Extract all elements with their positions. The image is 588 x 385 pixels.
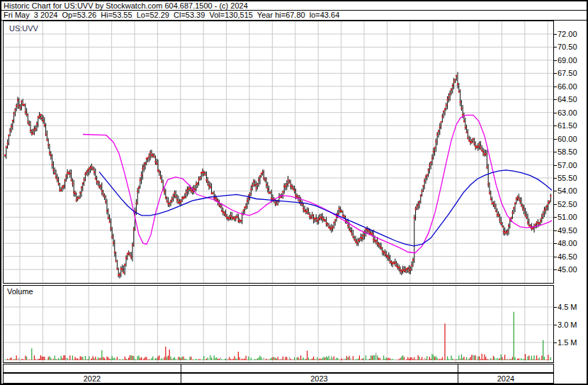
- axis-tick: [554, 257, 557, 257]
- axis-tick: [554, 125, 557, 126]
- price-tick-label: 66.00: [558, 82, 587, 91]
- year-label: 2023: [181, 374, 458, 384]
- price-tick-label: 61.50: [558, 121, 587, 130]
- axis-tick: [554, 139, 557, 140]
- price-tick-label: 45.00: [558, 265, 587, 274]
- year-divider: [458, 364, 458, 372]
- price-tick-label: 49.50: [558, 226, 587, 235]
- price-tick-label: 51.00: [558, 213, 587, 221]
- price-panel: US:UVV: [3, 21, 554, 284]
- axis-tick: [554, 243, 557, 244]
- axis-tick: [554, 230, 557, 231]
- volume-chart-svg: [4, 286, 553, 362]
- axis-tick: [554, 342, 557, 343]
- axis-tick: [554, 113, 557, 113]
- axis-tick: [554, 152, 557, 152]
- volume-panel: Volume: [3, 285, 554, 363]
- price-tick-label: 48.00: [558, 239, 587, 247]
- price-tick-label: 69.00: [558, 56, 587, 65]
- volume-label: Volume: [7, 287, 33, 296]
- symbol-label: US:UVV: [9, 24, 38, 33]
- price-tick-label: 46.50: [558, 252, 587, 261]
- price-tick-label: 67.50: [558, 69, 587, 77]
- axis-tick: [554, 204, 557, 205]
- volume-tick-label: 1.5 M: [558, 338, 587, 347]
- axis-tick: [554, 178, 557, 179]
- axis-tick: [554, 60, 557, 61]
- year-label: 2024: [458, 374, 554, 384]
- price-tick-label: 58.50: [558, 147, 587, 156]
- axis-tick: [554, 34, 557, 35]
- axis-tick: [554, 87, 557, 87]
- axis-tick: [554, 191, 557, 191]
- axis-tick: [554, 325, 557, 325]
- year-divider: [181, 364, 181, 372]
- volume-tick-label: 3.0 M: [558, 320, 587, 329]
- axis-tick: [554, 307, 557, 308]
- axis-tick: [554, 217, 557, 218]
- year-axis-row: 202220232024: [3, 373, 554, 384]
- axis-tick: [554, 73, 557, 74]
- axis-tick: [554, 269, 557, 270]
- chart-title: Historic Chart for US:UVV by Stockwatch.…: [1, 1, 588, 11]
- ohlc-summary: Fri May 3 2024 Op=53.26 Hi=53.55 Lo=52.2…: [1, 11, 588, 21]
- axis-tick: [554, 99, 557, 100]
- price-tick-label: 54.00: [558, 186, 587, 195]
- price-tick-label: 57.00: [558, 161, 587, 169]
- price-tick-label: 60.00: [558, 135, 587, 143]
- price-chart-svg: [4, 21, 553, 283]
- stock-chart-window: Historic Chart for US:UVV by Stockwatch.…: [0, 0, 588, 385]
- axis-tick: [554, 47, 557, 48]
- volume-tick-label: 4.5 M: [558, 303, 587, 311]
- axis-tick: [554, 165, 557, 166]
- price-tick-label: 64.50: [558, 95, 587, 104]
- price-tick-label: 70.50: [558, 43, 587, 51]
- price-tick-label: 55.50: [558, 174, 587, 182]
- price-tick-label: 52.50: [558, 200, 587, 208]
- year-label: 2022: [4, 374, 181, 384]
- price-tick-label: 63.00: [558, 108, 587, 117]
- month-axis-row: [3, 364, 554, 373]
- price-tick-label: 72.00: [558, 30, 587, 38]
